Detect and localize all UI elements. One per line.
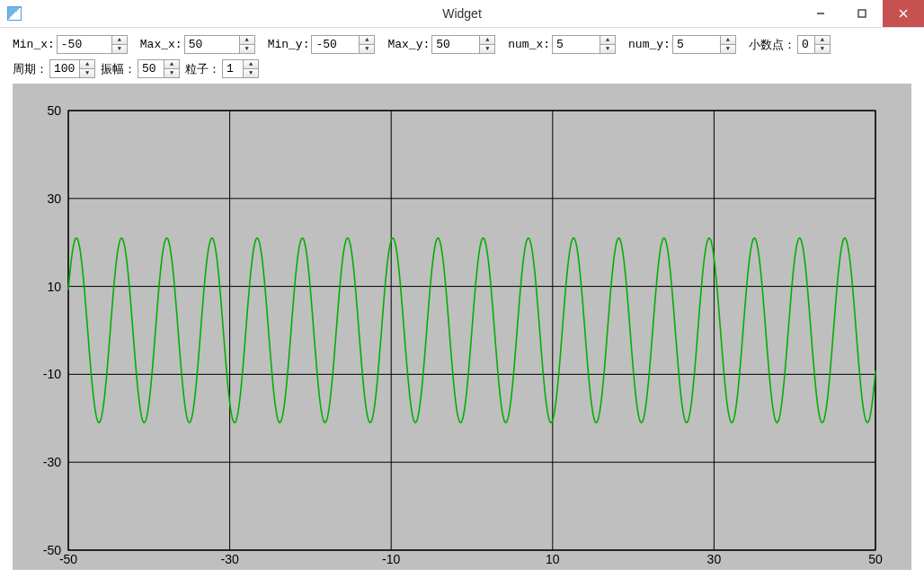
spin-up-icon[interactable]: ▲ bbox=[480, 36, 494, 44]
svg-text:-50: -50 bbox=[43, 543, 61, 557]
spin-up-icon[interactable]: ▲ bbox=[240, 36, 254, 44]
label-max-x: Max_x: bbox=[140, 38, 182, 51]
label-min-x: Min_x: bbox=[13, 38, 55, 51]
input-min-y[interactable] bbox=[312, 36, 359, 53]
label-max-y: Max_y: bbox=[387, 38, 430, 51]
svg-text:-10: -10 bbox=[382, 552, 400, 566]
spin-up-icon[interactable]: ▲ bbox=[600, 36, 615, 44]
spin-down-icon[interactable]: ▼ bbox=[80, 68, 94, 77]
spin-down-icon[interactable]: ▼ bbox=[164, 68, 179, 77]
input-particle[interactable] bbox=[223, 60, 243, 77]
label-particle: 粒子： bbox=[185, 61, 220, 77]
spin-up-icon[interactable]: ▲ bbox=[244, 60, 258, 68]
label-num-y: num_y: bbox=[628, 38, 671, 51]
window-title: Widget bbox=[0, 6, 924, 21]
label-min-y: Min_y: bbox=[268, 38, 310, 51]
app-icon bbox=[7, 6, 22, 21]
param-row-1: Min_x: ▲▼ Max_x: ▲▼ Min_y: ▲▼ Max_y: ▲▼ … bbox=[13, 35, 911, 54]
label-num-x: num_x: bbox=[508, 38, 550, 51]
window-controls bbox=[800, 0, 924, 27]
spin-max-x[interactable]: ▲▼ bbox=[184, 35, 255, 54]
input-period[interactable] bbox=[50, 60, 79, 77]
input-decimals[interactable] bbox=[798, 36, 814, 53]
param-row-2: 周期： ▲▼ 振幅： ▲▼ 粒子： ▲▼ bbox=[13, 59, 911, 78]
spin-period[interactable]: ▲▼ bbox=[49, 59, 95, 78]
spin-up-icon[interactable]: ▲ bbox=[721, 36, 735, 44]
input-amplitude[interactable] bbox=[138, 60, 164, 77]
input-max-y[interactable] bbox=[432, 36, 479, 53]
spin-up-icon[interactable]: ▲ bbox=[164, 60, 179, 68]
spin-num-y[interactable]: ▲▼ bbox=[672, 35, 736, 54]
close-button[interactable] bbox=[883, 0, 924, 27]
spin-max-y[interactable]: ▲▼ bbox=[431, 35, 495, 54]
svg-text:30: 30 bbox=[47, 191, 61, 206]
svg-text:-50: -50 bbox=[59, 552, 77, 566]
spin-down-icon[interactable]: ▼ bbox=[721, 44, 735, 53]
spin-down-icon[interactable]: ▼ bbox=[240, 44, 254, 53]
svg-text:-10: -10 bbox=[43, 367, 61, 381]
spin-num-x[interactable]: ▲▼ bbox=[552, 35, 616, 54]
spin-min-x[interactable]: ▲▼ bbox=[57, 35, 128, 54]
label-decimals: 小数点： bbox=[749, 37, 795, 53]
content-area: Min_x: ▲▼ Max_x: ▲▼ Min_y: ▲▼ Max_y: ▲▼ … bbox=[0, 28, 924, 578]
svg-text:10: 10 bbox=[546, 552, 560, 566]
svg-text:50: 50 bbox=[868, 552, 883, 566]
label-period: 周期： bbox=[13, 61, 48, 77]
spin-up-icon[interactable]: ▲ bbox=[80, 60, 94, 68]
plot-svg: -50-30-10103050-50-30-10103050 bbox=[13, 84, 911, 570]
input-max-x[interactable] bbox=[185, 36, 239, 53]
maximize-button[interactable] bbox=[841, 0, 883, 27]
svg-text:-30: -30 bbox=[43, 455, 61, 469]
svg-text:50: 50 bbox=[47, 103, 61, 118]
label-amplitude: 振幅： bbox=[101, 61, 136, 77]
close-icon bbox=[899, 9, 908, 18]
spin-down-icon[interactable]: ▼ bbox=[244, 68, 258, 77]
input-num-y[interactable] bbox=[673, 36, 720, 53]
titlebar: Widget bbox=[0, 0, 924, 28]
maximize-icon bbox=[857, 9, 866, 18]
spin-up-icon[interactable]: ▲ bbox=[815, 36, 830, 44]
spin-down-icon[interactable]: ▼ bbox=[600, 44, 615, 53]
spin-down-icon[interactable]: ▼ bbox=[360, 44, 374, 53]
svg-text:10: 10 bbox=[47, 280, 61, 294]
spin-up-icon[interactable]: ▲ bbox=[360, 36, 374, 44]
spin-particle[interactable]: ▲▼ bbox=[222, 59, 259, 78]
input-num-x[interactable] bbox=[553, 36, 600, 53]
spin-min-y[interactable]: ▲▼ bbox=[311, 35, 375, 54]
spin-decimals[interactable]: ▲▼ bbox=[797, 35, 831, 54]
spin-up-icon[interactable]: ▲ bbox=[112, 36, 127, 44]
spin-down-icon[interactable]: ▼ bbox=[112, 44, 127, 53]
input-min-x[interactable] bbox=[58, 36, 111, 53]
minimize-icon bbox=[816, 9, 825, 18]
plot-area: -50-30-10103050-50-30-10103050 bbox=[13, 84, 911, 570]
spin-amplitude[interactable]: ▲▼ bbox=[138, 59, 180, 78]
minimize-button[interactable] bbox=[800, 0, 841, 27]
spin-down-icon[interactable]: ▼ bbox=[815, 44, 830, 53]
svg-text:-30: -30 bbox=[220, 552, 238, 566]
svg-text:30: 30 bbox=[707, 552, 722, 566]
spin-down-icon[interactable]: ▼ bbox=[480, 44, 494, 53]
svg-rect-1 bbox=[858, 10, 866, 17]
